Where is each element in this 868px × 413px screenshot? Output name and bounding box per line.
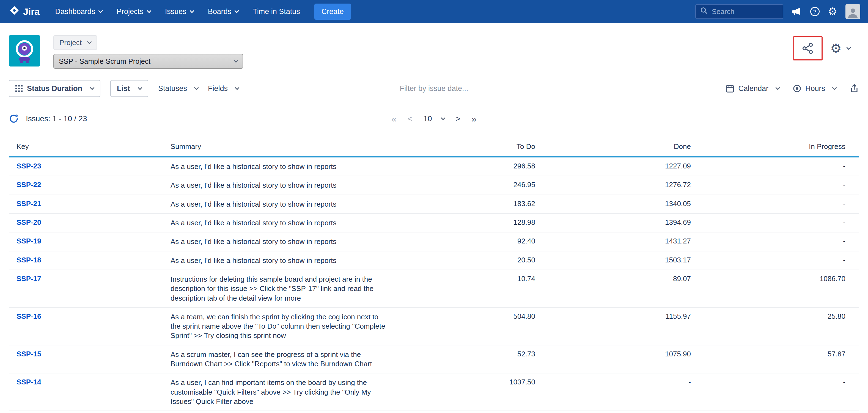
- issue-key-link[interactable]: SSP-21: [9, 200, 170, 208]
- done-value: 1227.09: [549, 162, 705, 170]
- table-row: SSP-19 As a user, I'd like a historical …: [9, 233, 859, 251]
- chevron-down-icon: [846, 45, 851, 50]
- issue-summary: As a user, I'd like a historical story t…: [170, 237, 444, 246]
- last-page-button[interactable]: »: [471, 114, 477, 124]
- grid-icon: [16, 85, 23, 92]
- toolbar: Status Duration List Statuses Fields Cal…: [0, 80, 868, 97]
- nav-issues[interactable]: Issues: [165, 7, 194, 16]
- table-row: SSP-20 As a user, I'd like a historical …: [9, 214, 859, 233]
- chevron-down-icon: [441, 116, 445, 121]
- issues-count: Issues: 1 - 10 / 23: [26, 114, 87, 123]
- col-header-key[interactable]: Key: [9, 142, 170, 151]
- nav-projects[interactable]: Projects: [117, 7, 151, 16]
- top-navbar: Jira Dashboards Projects Issues Boards T…: [0, 0, 868, 23]
- done-value: 1075.90: [549, 350, 705, 358]
- table-header: Key Summary To Do Done In Progress: [9, 138, 859, 158]
- chevron-down-icon: [90, 85, 95, 90]
- issue-summary: Instructions for deleting this sample bo…: [170, 275, 444, 303]
- todo-value: 246.95: [444, 180, 549, 189]
- table-row: SSP-14 As a user, I can find important i…: [9, 373, 859, 411]
- issue-key-link[interactable]: SSP-22: [9, 180, 170, 189]
- prev-page-button[interactable]: <: [408, 114, 412, 123]
- done-value: 1431.27: [549, 237, 705, 245]
- todo-value: 92.40: [444, 237, 549, 245]
- search-input[interactable]: [712, 7, 778, 16]
- done-value: -: [549, 378, 705, 386]
- todo-value: 20.50: [444, 256, 549, 264]
- help-icon[interactable]: ?: [810, 7, 819, 16]
- hours-unit-dropdown[interactable]: Hours: [793, 84, 836, 93]
- page-size-select[interactable]: 10: [423, 114, 444, 123]
- table-row: SSP-22 As a user, I'd like a historical …: [9, 176, 859, 195]
- todo-value: 504.80: [444, 312, 549, 321]
- project-type-dropdown[interactable]: Project: [53, 35, 97, 50]
- project-select[interactable]: SSP - Sample Scrum Project: [53, 54, 243, 69]
- chevron-down-icon: [234, 58, 239, 63]
- gear-icon: ⚙: [830, 42, 842, 55]
- col-header-todo[interactable]: To Do: [444, 142, 549, 151]
- inprogress-value: -: [705, 256, 859, 264]
- chevron-down-icon: [832, 85, 837, 90]
- issue-key-link[interactable]: SSP-20: [9, 218, 170, 227]
- chevron-down-icon: [147, 8, 151, 13]
- page-settings-dropdown[interactable]: ⚙: [830, 42, 850, 55]
- inprogress-value: -: [705, 162, 859, 170]
- issue-key-link[interactable]: SSP-18: [9, 256, 170, 264]
- jira-logo-text: Jira: [23, 6, 40, 17]
- issue-key-link[interactable]: SSP-15: [9, 350, 170, 358]
- todo-value: 128.98: [444, 218, 549, 227]
- done-value: 89.07: [549, 275, 705, 283]
- col-header-summary[interactable]: Summary: [170, 142, 444, 151]
- filter-by-date-input[interactable]: [340, 84, 528, 93]
- chevron-down-icon: [235, 8, 239, 13]
- done-value: 1394.69: [549, 218, 705, 227]
- issue-summary: As a user, I'd like a historical story t…: [170, 218, 444, 228]
- feedback-megaphone-icon[interactable]: [792, 6, 802, 17]
- inprogress-value: -: [705, 237, 859, 245]
- create-button[interactable]: Create: [314, 4, 351, 20]
- statuses-dropdown[interactable]: Statuses: [158, 84, 198, 93]
- todo-value: 10.74: [444, 275, 549, 283]
- nav-boards[interactable]: Boards: [208, 7, 239, 16]
- settings-gear-icon[interactable]: ⚙: [828, 6, 837, 17]
- first-page-button[interactable]: «: [391, 114, 397, 124]
- table-row: SSP-15 As a scrum master, I can see the …: [9, 345, 859, 374]
- issue-key-link[interactable]: SSP-17: [9, 275, 170, 283]
- jira-logo[interactable]: Jira: [9, 5, 40, 18]
- chevron-down-icon: [194, 85, 199, 90]
- next-page-button[interactable]: >: [456, 114, 461, 123]
- col-header-done[interactable]: Done: [549, 142, 705, 151]
- issue-key-link[interactable]: SSP-16: [9, 312, 170, 321]
- calendar-dropdown[interactable]: Calendar: [725, 84, 779, 93]
- person-icon: [846, 6, 860, 19]
- issue-key-link[interactable]: SSP-19: [9, 237, 170, 245]
- issue-key-link[interactable]: SSP-23: [9, 162, 170, 170]
- navbar-search[interactable]: [695, 4, 783, 19]
- project-header: Project SSP - Sample Scrum Project ⚙: [0, 23, 868, 69]
- share-icon[interactable]: [801, 42, 814, 55]
- done-value: 1276.72: [549, 180, 705, 189]
- chevron-down-icon: [138, 85, 143, 90]
- main-nav: Dashboards Projects Issues Boards Time i…: [55, 7, 300, 16]
- export-icon[interactable]: [849, 83, 859, 94]
- issue-summary: As a scrum master, I can see the progres…: [170, 350, 444, 369]
- todo-value: 52.73: [444, 350, 549, 358]
- table-row: SSP-18 As a user, I'd like a historical …: [9, 251, 859, 270]
- fields-dropdown[interactable]: Fields: [208, 84, 239, 93]
- todo-value: 296.58: [444, 162, 549, 170]
- refresh-icon[interactable]: [9, 114, 19, 124]
- pagination: « < 10 > »: [391, 114, 477, 124]
- issue-key-link[interactable]: SSP-14: [9, 378, 170, 386]
- calendar-icon: [725, 84, 734, 93]
- inprogress-value: -: [705, 180, 859, 189]
- user-avatar[interactable]: [845, 4, 860, 19]
- inprogress-value: 1086.70: [705, 275, 859, 283]
- nav-dashboards[interactable]: Dashboards: [55, 7, 102, 16]
- chevron-down-icon: [87, 40, 92, 44]
- status-duration-dropdown[interactable]: Status Duration: [9, 80, 100, 97]
- view-mode-dropdown[interactable]: List: [110, 80, 148, 97]
- project-avatar-monster-icon: [9, 35, 40, 67]
- col-header-inprogress[interactable]: In Progress: [705, 142, 859, 151]
- project-avatar[interactable]: [9, 35, 40, 67]
- nav-time-in-status[interactable]: Time in Status: [253, 7, 300, 16]
